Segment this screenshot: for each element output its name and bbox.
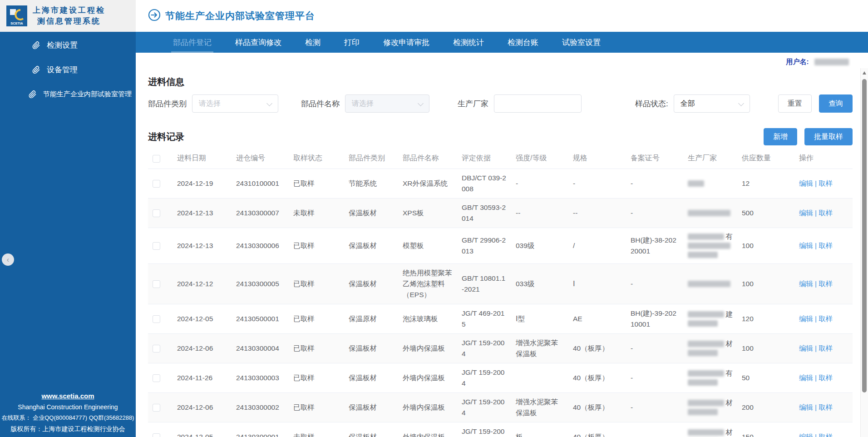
status-select[interactable]: 全部 xyxy=(674,94,750,113)
cell-actions: 编辑|取样 xyxy=(794,264,853,304)
sample-link[interactable]: 取样 xyxy=(819,433,833,437)
cell-basis: GB/T 29906-2013 xyxy=(457,228,511,264)
cell-qty: 500 xyxy=(737,199,794,228)
cell-actions: 编辑|取样 xyxy=(794,304,853,334)
manufacturer-redacted xyxy=(688,251,733,259)
add-button[interactable]: 新增 xyxy=(764,128,797,145)
sample-link[interactable]: 取样 xyxy=(819,209,833,217)
nav-tab-3[interactable]: 检测 xyxy=(293,32,332,53)
brand-block: SCETIA 上海市建设工程检 测信息管理系统 xyxy=(0,0,136,32)
edit-link[interactable]: 编辑 xyxy=(799,209,813,217)
sidebar-collapse-button[interactable]: ‹ xyxy=(2,253,14,266)
cell-grade: 033级 xyxy=(511,264,568,304)
manufacturer-redacted xyxy=(688,242,733,250)
manufacturer-redacted xyxy=(688,179,733,188)
edit-link[interactable]: 编辑 xyxy=(799,344,813,352)
website-link[interactable]: www.scetia.com xyxy=(0,391,136,402)
cell-category: 保温板材 xyxy=(344,228,398,264)
row-checkbox[interactable] xyxy=(153,242,160,250)
cell-sampling-status: 已取样 xyxy=(289,169,344,199)
cell-basis: DBJ/CT 039-2008 xyxy=(457,169,511,199)
cell-cert: - xyxy=(626,199,683,228)
row-checkbox[interactable] xyxy=(153,374,160,382)
row-checkbox[interactable] xyxy=(153,209,160,217)
row-checkbox[interactable] xyxy=(153,404,160,412)
category-select[interactable]: 请选择 xyxy=(192,94,278,113)
cell-actions: 编辑|取样 xyxy=(794,363,853,393)
table-row-8: 2024-12-0624130300002已取样保温板材外墙内保温板JG/T 1… xyxy=(148,393,853,422)
sidebar-item-2[interactable]: 设备管理 xyxy=(0,57,136,82)
sample-link[interactable]: 取样 xyxy=(819,242,833,249)
column-header-10: 生产厂家 xyxy=(683,150,737,169)
scrollbar[interactable] xyxy=(860,68,868,437)
cell-basis: JG/T 469-2015 xyxy=(457,304,511,334)
column-header-7: 强度/等级 xyxy=(511,150,568,169)
edit-link[interactable]: 编辑 xyxy=(799,374,813,382)
scroll-up-arrow-icon[interactable] xyxy=(863,71,866,74)
cell-grade: 039级 xyxy=(511,228,568,264)
cell-cert: - xyxy=(626,169,683,199)
column-header-8: 规格 xyxy=(568,150,626,169)
records-table: 进料日期进仓编号取样状态部品件类别部品件名称评定依据强度/等级规格备案证号生产厂… xyxy=(148,150,853,437)
cell-spec: Ⅰ xyxy=(568,264,626,304)
nav-tab-4[interactable]: 打印 xyxy=(332,32,371,53)
sample-link[interactable]: 取样 xyxy=(819,315,833,323)
cell-actions: 编辑|取样 xyxy=(794,393,853,422)
records-title: 进料记录 xyxy=(148,131,184,143)
sample-link[interactable]: 取样 xyxy=(819,403,833,411)
incoming-info-title: 进料信息 xyxy=(148,76,853,88)
sample-link[interactable]: 取样 xyxy=(819,344,833,352)
sidebar-item-1[interactable]: 检测设置 xyxy=(0,33,136,57)
row-checkbox[interactable] xyxy=(153,180,160,188)
table-row-4: 2024-12-1224130300005已取样保温板材绝热用模塑聚苯乙烯泡沫塑… xyxy=(148,264,853,304)
scrollbar-thumb[interactable] xyxy=(862,79,867,392)
cell-spec: / xyxy=(568,228,626,264)
manufacturer-redacted xyxy=(688,319,733,328)
sample-link[interactable]: 取样 xyxy=(819,280,833,288)
edit-link[interactable]: 编辑 xyxy=(799,280,813,288)
table-row-3: 2024-12-1324130300006已取样保温板材模塑板GB/T 2990… xyxy=(148,228,853,264)
edit-link[interactable]: 编辑 xyxy=(799,433,813,437)
table-row-7: 2024-11-2624130300003已取样保温板材外墙内保温板JG/T 1… xyxy=(148,363,853,393)
row-checkbox[interactable] xyxy=(153,315,160,323)
cell-grade xyxy=(511,363,568,393)
edit-link[interactable]: 编辑 xyxy=(799,179,813,187)
cell-manufacturer xyxy=(683,199,737,228)
sidebar-item-3[interactable]: 节能生产企业内部试验室管理 xyxy=(0,82,136,106)
username-label: 用户名: xyxy=(786,58,809,65)
manufacturer-redacted: 材 xyxy=(688,340,733,348)
manufacturer-label: 生产厂家 xyxy=(458,99,488,109)
column-header-6: 评定依据 xyxy=(457,150,511,169)
row-checkbox[interactable] xyxy=(153,345,160,353)
main-nav: 部品件登记样品查询修改检测打印修改申请审批检测统计检测台账试验室设置 xyxy=(136,32,868,53)
part-name-select[interactable]: 请选择 xyxy=(345,94,429,113)
nav-tab-7[interactable]: 检测台账 xyxy=(496,32,550,53)
nav-tab-5[interactable]: 修改申请审批 xyxy=(371,32,441,53)
table-row-5: 2024-12-0524130500001已取样保温原材泡沫玻璃板JG/T 46… xyxy=(148,304,853,334)
nav-tab-6[interactable]: 检测统计 xyxy=(441,32,496,53)
cell-basis: GB/T 10801.1-2021 xyxy=(457,264,511,304)
edit-link[interactable]: 编辑 xyxy=(799,315,813,323)
manufacturer-input[interactable] xyxy=(494,94,582,113)
column-header-12: 操作 xyxy=(794,150,853,169)
cell-spec: 40（板厚） xyxy=(568,422,626,437)
select-all-checkbox[interactable] xyxy=(153,155,160,163)
cell-cert: - xyxy=(626,422,683,437)
sample-link[interactable]: 取样 xyxy=(819,374,833,382)
nav-tab-8[interactable]: 试验室设置 xyxy=(550,32,612,53)
search-button[interactable]: 查询 xyxy=(819,94,853,113)
row-checkbox[interactable] xyxy=(153,280,160,288)
category-label: 部品件类别 xyxy=(148,99,187,109)
cell-part-name: 外墙内保温板 xyxy=(398,422,457,437)
cell-actions: 编辑|取样 xyxy=(794,422,853,437)
nav-tab-2[interactable]: 样品查询修改 xyxy=(223,32,293,53)
batch-sample-button[interactable]: 批量取样 xyxy=(804,128,853,145)
nav-tab-1[interactable]: 部品件登记 xyxy=(161,32,223,53)
reset-button[interactable]: 重置 xyxy=(778,94,812,113)
edit-link[interactable]: 编辑 xyxy=(799,242,813,249)
edit-link[interactable]: 编辑 xyxy=(799,403,813,411)
sample-link[interactable]: 取样 xyxy=(819,179,833,187)
link-icon xyxy=(32,65,40,74)
table-header-row: 进料日期进仓编号取样状态部品件类别部品件名称评定依据强度/等级规格备案证号生产厂… xyxy=(148,150,853,169)
row-checkbox[interactable] xyxy=(153,433,160,437)
